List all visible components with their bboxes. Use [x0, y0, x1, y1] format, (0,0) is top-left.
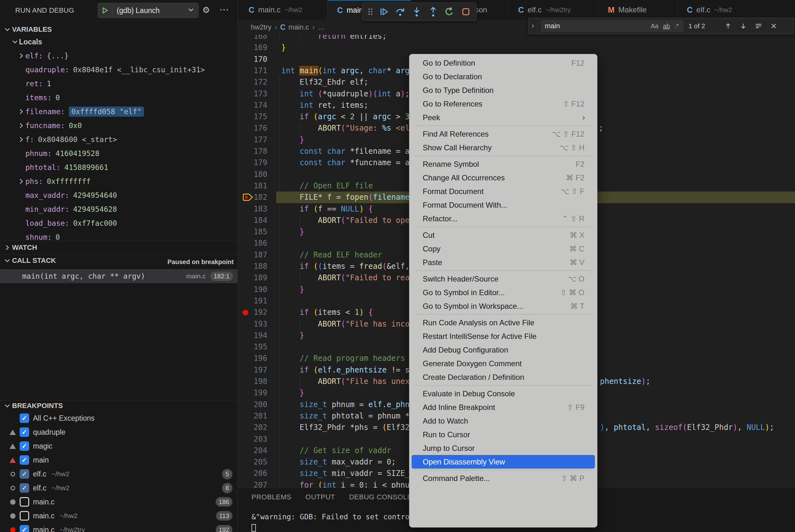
menu-item-restart-intellisense-for-active-file[interactable]: Restart IntelliSense for Active File — [410, 329, 597, 343]
breakpoint-checkbox[interactable] — [20, 497, 29, 507]
find-previous-icon[interactable] — [724, 22, 732, 30]
menu-item-open-disassembly-view[interactable]: Open Disassembly View — [412, 455, 595, 469]
variable-row[interactable]: items:0 — [0, 91, 238, 104]
editor-tab-elf.c[interactable]: Celf.c~/hw2 — [677, 0, 760, 20]
find-expand-toggle[interactable]: › — [529, 18, 537, 34]
breakpoint-row[interactable]: ✓quadruple — [0, 425, 238, 439]
match-case-toggle[interactable]: Aa — [651, 22, 658, 30]
variable-row[interactable]: f:0x8048600 <_start> — [0, 133, 238, 147]
menu-item-jump-to-cursor[interactable]: Jump to Cursor — [410, 441, 597, 455]
variable-row[interactable]: elf:{...} — [0, 49, 238, 63]
watch-header[interactable]: WATCH — [0, 242, 238, 253]
breakpoint-row[interactable]: ✓All C++ Exceptions — [0, 411, 238, 425]
menu-item-go-to-references[interactable]: Go to References⇧ F12 — [410, 97, 597, 111]
breakpoints-header[interactable]: BREAKPOINTS — [0, 400, 238, 411]
menu-item-copy[interactable]: Copy⌘ C — [410, 242, 597, 255]
menu-item-go-to-type-definition[interactable]: Go to Type Definition — [410, 83, 597, 97]
menu-item-refactor[interactable]: Refactor...⌃ ⇧ R — [410, 212, 597, 225]
variable-row[interactable]: shnum:0 — [0, 230, 238, 240]
editor-tab-main.c[interactable]: Cmain.c~/hw2 — [239, 0, 327, 20]
editor-tab-Makefile[interactable]: MMakefile — [599, 0, 677, 20]
restart-button[interactable] — [443, 6, 455, 17]
menu-item-find-all-references[interactable]: Find All References⌥ ⇧ F12 — [410, 127, 597, 141]
menu-item-show-call-hierarchy[interactable]: Show Call Hierarchy⌥ ⇧ H — [410, 141, 597, 154]
menu-item-format-document[interactable]: Format Document⌥ ⇧ F — [410, 185, 597, 198]
menu-item-cut[interactable]: Cut⌘ X — [410, 228, 597, 242]
breakpoint-checkbox[interactable]: ✓ — [20, 441, 29, 451]
breakpoint-checkbox[interactable] — [20, 511, 29, 520]
more-actions-icon[interactable]: ⋯ — [220, 4, 230, 15]
menu-item-shortcut: ⌘ C — [569, 244, 584, 253]
variable-row[interactable]: load_base:0xf7fac000 — [0, 216, 238, 230]
variables-header[interactable]: VARIABLES — [0, 24, 238, 35]
stop-button[interactable] — [460, 6, 472, 17]
menu-item-go-to-symbol-in-editor[interactable]: Go to Symbol in Editor...⇧ ⌘ O — [410, 286, 597, 299]
step-over-button[interactable] — [395, 6, 406, 17]
menu-item-add-inline-breakpoint[interactable]: Add Inline Breakpoint⇧ F9 — [410, 400, 597, 414]
menu-item-format-document-with[interactable]: Format Document With... — [410, 198, 597, 212]
start-debug-icon[interactable] — [98, 7, 112, 14]
regex-toggle[interactable]: .* — [675, 22, 679, 30]
menu-item-command-palette[interactable]: Command Palette...⇧ ⌘ P — [410, 472, 597, 485]
breakpoint-row[interactable]: ✓main — [0, 453, 238, 467]
continue-button[interactable] — [378, 6, 390, 17]
close-icon[interactable] — [770, 22, 778, 30]
launch-config-dropdown[interactable]: (gdb) Launch — [98, 3, 198, 18]
panel-tab-problems[interactable]: PROBLEMS — [251, 493, 291, 501]
variables-scope-row[interactable]: Locals — [0, 35, 238, 49]
spacer — [18, 80, 25, 87]
variable-row[interactable]: funcname:0x0 — [0, 118, 238, 133]
step-into-button[interactable] — [411, 6, 422, 17]
variable-row[interactable]: max_vaddr:4294954640 — [0, 188, 238, 202]
code-line[interactable]: 169} — [238, 42, 795, 54]
menu-item-evaluate-in-debug-console[interactable]: Evaluate in Debug Console — [410, 387, 597, 400]
breakpoint-row[interactable]: ✓elf.c~/hw25 — [0, 467, 238, 481]
stack-frame-row[interactable]: main(int argc, char ** argv) main.c 182:… — [0, 269, 238, 283]
whole-word-toggle[interactable]: ab — [663, 22, 670, 30]
menu-item-go-to-declaration[interactable]: Go to Declaration — [410, 70, 597, 83]
variable-row[interactable]: filename:0xffffd058 "elf" — [0, 104, 238, 118]
breakpoint-checkbox[interactable]: ✓ — [20, 414, 29, 423]
variable-row[interactable]: min_vaddr:4294954628 — [0, 202, 238, 216]
find-in-selection-icon[interactable] — [754, 22, 763, 30]
find-input[interactable]: main Aa ab .* — [541, 20, 683, 32]
breakpoint-checkbox[interactable]: ✓ — [20, 455, 29, 465]
gear-icon[interactable]: ⚙ — [202, 5, 210, 15]
variable-row[interactable]: phnum:4160419528 — [0, 147, 238, 160]
editor-tab-elf.c[interactable]: Celf.c~/hw2try — [509, 0, 599, 20]
breakpoint-row[interactable]: main.c186 — [0, 495, 238, 509]
menu-item-add-debug-configuration[interactable]: Add Debug Configuration — [410, 343, 597, 357]
menu-item-go-to-definition[interactable]: Go to DefinitionF12 — [410, 56, 597, 70]
call-stack-header[interactable]: CALL STACK Paused on breakpoint — [0, 255, 238, 269]
breadcrumb-folder[interactable]: hw2try — [251, 23, 271, 32]
menu-item-go-to-symbol-in-workspace[interactable]: Go to Symbol in Workspace...⌘ T — [410, 299, 597, 313]
menu-item-add-to-watch[interactable]: Add to Watch — [410, 414, 597, 428]
menu-item-peek[interactable]: Peek› — [410, 111, 597, 124]
variable-row[interactable]: quadruple:0x8048e1f <__libc_csu_init+31> — [0, 63, 238, 77]
panel-tab-output[interactable]: OUTPUT — [305, 493, 335, 501]
menu-item-rename-symbol[interactable]: Rename SymbolF2 — [410, 157, 597, 171]
menu-item-create-declaration-definition[interactable]: Create Declaration / Definition — [410, 370, 597, 384]
variable-row[interactable]: phtotal:4158899661 — [0, 160, 238, 174]
variable-row[interactable]: phs:0xffffffff — [0, 174, 238, 188]
panel-tab-debug-console[interactable]: DEBUG CONSOLE — [349, 493, 412, 501]
step-out-button[interactable] — [428, 6, 439, 17]
menu-item-paste[interactable]: Paste⌘ V — [410, 255, 597, 269]
menu-item-switch-header-source[interactable]: Switch Header/Source⌥ O — [410, 272, 597, 286]
variable-row[interactable]: ret:1 — [0, 77, 238, 91]
menu-item-run-code-analysis-on-active-file[interactable]: Run Code Analysis on Active File — [410, 316, 597, 329]
breakpoint-row[interactable]: ✓magic — [0, 439, 238, 453]
find-next-icon[interactable] — [739, 22, 747, 30]
breakpoint-checkbox[interactable]: ✓ — [20, 525, 29, 532]
menu-item-change-all-occurrences[interactable]: Change All Occurrences⌘ F2 — [410, 171, 597, 185]
breadcrumb-file[interactable]: main.c — [288, 23, 309, 32]
breakpoint-checkbox[interactable]: ✓ — [20, 428, 29, 437]
breadcrumb-symbol[interactable]: … — [318, 23, 325, 32]
menu-item-run-to-cursor[interactable]: Run to Cursor — [410, 428, 597, 441]
breakpoint-row[interactable]: main.c~/hw2113 — [0, 509, 238, 523]
breakpoint-checkbox[interactable]: ✓ — [20, 469, 29, 479]
breakpoint-row[interactable]: ✓elf.c~/hw28 — [0, 481, 238, 495]
menu-item-generate-doxygen-comment[interactable]: Generate Doxygen Comment — [410, 357, 597, 370]
breakpoint-checkbox[interactable]: ✓ — [20, 483, 29, 493]
breakpoint-row[interactable]: ✓main.c~/hw2try192 — [0, 523, 238, 532]
